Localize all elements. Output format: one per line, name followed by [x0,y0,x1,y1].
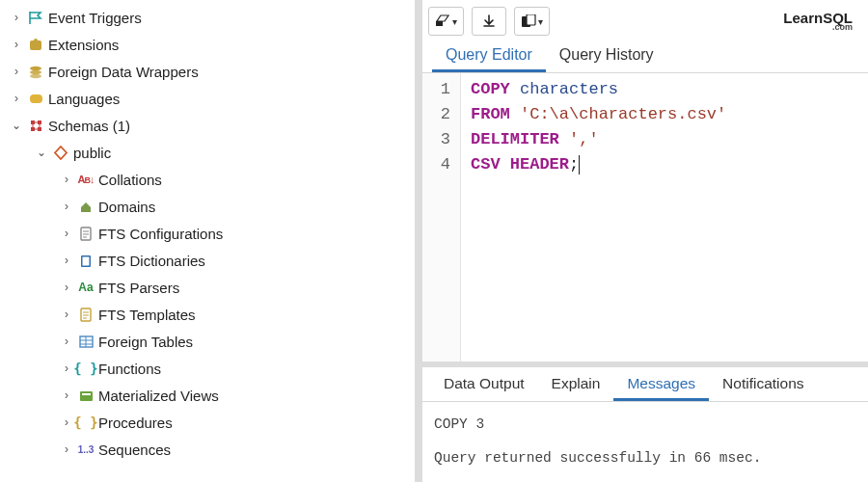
output-tab[interactable]: Messages [613,367,709,401]
tree-item-label: Schemas (1) [48,118,130,134]
tree-item-icon: 1..3 [75,444,96,455]
chevron-right-icon[interactable]: › [8,92,25,105]
tree-item-icon [25,65,46,79]
tree-item-icon: AB↓ [75,174,96,185]
code-line[interactable]: CSV HEADER; [471,152,726,177]
tree-item[interactable]: ›Event Triggers [8,4,415,31]
tree-item-label: FTS Dictionaries [98,253,205,269]
tree-item-label: Materialized Views [98,388,219,404]
tree-item[interactable]: ⌄public [8,139,415,166]
tree-item[interactable]: ⌄Schemas (1) [8,112,415,139]
tree-item[interactable]: ›{ }Procedures [8,409,415,436]
tree-item-icon [25,11,46,25]
svg-point-2 [30,66,41,69]
output-tab[interactable]: Notifications [709,367,817,401]
paste-button[interactable]: ▾ [514,7,550,36]
tree-item-label: Collations [98,172,162,188]
download-button[interactable] [472,7,506,36]
vertical-splitter[interactable] [415,0,422,482]
tree-item[interactable]: ›Foreign Data Wrappers [8,58,415,85]
svg-point-1 [34,39,38,42]
tree-item-label: Foreign Tables [98,334,193,350]
chevron-right-icon[interactable]: › [8,38,25,51]
brand-logo: LearnSQL .com [783,11,862,32]
tree-item-icon: Aa [75,281,96,294]
chevron-down-icon: ▾ [452,16,457,27]
chevron-right-icon[interactable]: › [58,227,75,240]
editor-tab[interactable]: Query History [546,39,667,72]
code-line[interactable]: DELIMITER ',' [471,127,726,152]
tree-item-label: Extensions [48,37,119,53]
tree-item-label: Procedures [98,415,173,431]
download-icon [482,14,496,28]
chevron-right-icon[interactable]: › [58,254,75,267]
main-pane: ▾ ▾ LearnSQL .com Query EditorQuery Hist… [422,0,868,482]
chevron-right-icon[interactable]: › [58,173,75,186]
chevron-right-icon[interactable]: › [8,65,25,78]
message-line: Query returned successfully in 66 msec. [434,445,856,472]
tree-item-icon [25,38,46,52]
output-tab[interactable]: Explain [538,367,614,401]
chevron-right-icon[interactable]: › [58,388,75,402]
svg-rect-17 [436,21,443,26]
svg-rect-19 [527,14,535,25]
tree-item-label: FTS Templates [98,307,196,323]
tree-item-icon [75,335,96,349]
line-gutter: 1234 [422,73,461,362]
svg-rect-9 [38,127,41,131]
tree-item[interactable]: ›Domains [8,193,415,220]
svg-rect-15 [80,391,93,401]
tree-item[interactable]: ›Languages [8,85,415,112]
messages-panel: COPY 3 Query returned successfully in 66… [422,402,868,482]
tree-item[interactable]: ›FTS Configurations [8,220,415,247]
svg-rect-5 [30,94,42,103]
clipboard-icon [521,14,536,28]
tree-item-label: Foreign Data Wrappers [48,64,199,80]
tree-item[interactable]: ›AB↓Collations [8,166,415,193]
code-line[interactable]: FROM 'C:\a\characters.csv' [471,102,726,127]
tree-item-icon [75,308,96,322]
chevron-right-icon[interactable]: › [58,362,75,375]
code-line[interactable]: COPY characters [471,77,726,102]
tree-item-icon: { } [75,361,96,376]
svg-rect-6 [31,120,35,124]
tree-item[interactable]: ›Materialized Views [8,382,415,409]
chevron-down-icon[interactable]: ⌄ [33,146,50,159]
chevron-down-icon[interactable]: ⌄ [8,119,25,132]
line-number: 1 [422,77,450,102]
output-tab[interactable]: Data Output [430,367,538,401]
chevron-right-icon[interactable]: › [58,308,75,321]
tree-item-label: Domains [98,199,155,215]
tree-item[interactable]: ›FTS Templates [8,301,415,328]
sidebar-tree: ›Event Triggers›Extensions›Foreign Data … [0,0,415,482]
tree-item-icon: { } [75,415,96,430]
code-area[interactable]: COPY charactersFROM 'C:\a\characters.csv… [461,73,726,362]
tree-item[interactable]: ›FTS Dictionaries [8,247,415,274]
query-editor[interactable]: 1234 COPY charactersFROM 'C:\a\character… [422,73,868,362]
tree-item-icon [75,200,96,214]
chevron-right-icon[interactable]: › [58,200,75,213]
tree-item-icon [75,227,96,241]
chevron-right-icon[interactable]: › [58,442,75,456]
chevron-down-icon: ▾ [538,16,543,27]
tree-item[interactable]: ›Foreign Tables [8,328,415,355]
tree-item-label: FTS Configurations [98,226,223,242]
tree-item-label: FTS Parsers [98,280,179,296]
svg-rect-12 [82,256,89,265]
erase-button[interactable]: ▾ [428,7,464,36]
tree-item-icon [25,119,46,133]
line-number: 4 [422,152,450,177]
tree-item[interactable]: ›Extensions [8,31,415,58]
tree-item[interactable]: ›AaFTS Parsers [8,274,415,301]
tree-item-label: public [73,145,111,161]
svg-rect-8 [31,127,35,131]
tree-item[interactable]: ›1..3Sequences [8,436,415,463]
editor-tab[interactable]: Query Editor [432,39,546,72]
editor-tabs: Query EditorQuery History [422,39,868,73]
chevron-right-icon[interactable]: › [58,415,75,429]
tree-item[interactable]: ›{ }Functions [8,355,415,382]
chevron-right-icon[interactable]: › [8,11,25,24]
tree-item-icon [50,146,71,160]
chevron-right-icon[interactable]: › [58,281,75,294]
chevron-right-icon[interactable]: › [58,335,75,348]
